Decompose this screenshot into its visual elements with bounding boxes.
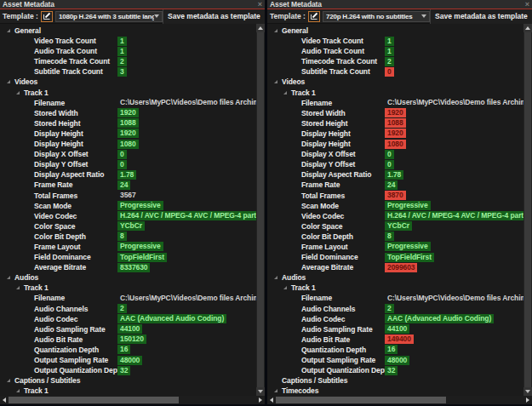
tree-row[interactable]: Subtitle Track Count3 <box>0 66 265 77</box>
tree-row[interactable]: FilenameC:\Users\MyPC\Videos\Demo files … <box>267 293 532 303</box>
tree-row[interactable]: Timecodes <box>267 386 532 396</box>
tree-row[interactable]: Display Aspect Ratio1.78 <box>0 169 265 180</box>
tree-row[interactable]: Quantization Depth16 <box>0 345 265 355</box>
tree-row[interactable]: Output Sampling Rate48000 <box>0 355 265 365</box>
expander-icon[interactable] <box>16 88 24 98</box>
tree-row[interactable]: Display X Offset0 <box>0 149 265 159</box>
expander-icon[interactable] <box>283 283 291 293</box>
tree-row[interactable]: FilenameC:\Users\MyPC\Videos\Demo files … <box>267 98 532 108</box>
tree-row[interactable]: Scan ModeProgressive <box>0 201 265 211</box>
expander-icon[interactable] <box>274 77 282 87</box>
tree-row[interactable]: Display Height1920 <box>267 129 532 139</box>
tree-row[interactable]: Videos <box>267 77 532 87</box>
expander-icon[interactable] <box>7 375 14 386</box>
tree-row[interactable]: Timecode Track Count2 <box>0 56 265 66</box>
tree-row[interactable]: Frame Rate24 <box>0 180 265 190</box>
tree-row[interactable]: Audios <box>0 272 265 283</box>
tree-row[interactable]: Field DominanceTopFieldFirst <box>0 252 265 262</box>
horizontal-scroll-thumb[interactable] <box>276 397 446 403</box>
tree-row[interactable]: Audio Track Count1 <box>0 46 265 56</box>
tree-row[interactable]: Audio Channels2 <box>267 304 532 314</box>
horizontal-scroll-thumb[interactable] <box>9 397 179 403</box>
tree-row[interactable]: Audios <box>267 272 532 283</box>
tree-row[interactable]: Scan ModeProgressive <box>267 201 532 211</box>
vertical-scrollbar[interactable] <box>523 24 532 396</box>
tree-row[interactable]: Track 1 <box>0 386 265 396</box>
tree-row[interactable]: Track 1 <box>267 283 532 293</box>
tree-row[interactable]: Audio Sampling Rate44100 <box>267 324 532 335</box>
tree-row[interactable]: Display X Offset0 <box>267 149 532 159</box>
tree-row[interactable]: Stored Width1920 <box>0 108 265 118</box>
tree-row[interactable]: Audio Channels2 <box>0 304 265 314</box>
vertical-scroll-thumb[interactable] <box>524 32 531 387</box>
edit-template-button[interactable] <box>41 11 53 22</box>
tree-row[interactable]: Color SpaceYCbCr <box>0 221 265 232</box>
tree-row[interactable]: Frame LayoutProgressive <box>0 242 265 252</box>
expander-icon[interactable] <box>274 26 282 36</box>
tree-row[interactable]: Track 1 <box>267 88 532 98</box>
tree-row[interactable]: FilenameC:\Users\MyPC\Videos\Demo files … <box>0 98 265 108</box>
scroll-down-button[interactable] <box>523 387 532 396</box>
tree-row[interactable]: Audio Track Count1 <box>267 46 532 56</box>
tree-row[interactable]: Average Bitrate2099603 <box>267 262 532 272</box>
tree-row[interactable]: Display Height1920 <box>0 129 265 139</box>
expander-icon[interactable] <box>7 272 14 283</box>
tree-row[interactable]: Output Sampling Rate48000 <box>267 355 532 365</box>
tree-row[interactable]: Field DominanceTopFieldFirst <box>267 252 532 262</box>
tree-row[interactable]: Display Y Offset0 <box>267 159 532 169</box>
scroll-up-button[interactable] <box>523 24 532 32</box>
scroll-right-button[interactable] <box>256 396 265 404</box>
tree-row[interactable]: Timecode Track Count2 <box>267 56 532 66</box>
tree-row[interactable]: Audio CodecAAC (Advanced Audio Coding) <box>0 314 265 324</box>
close-icon[interactable]: × <box>525 1 529 8</box>
scroll-down-button[interactable] <box>256 387 265 396</box>
tree-row[interactable]: Output Quantization Depth32 <box>267 365 532 375</box>
expander-icon[interactable] <box>7 26 14 36</box>
tree-row[interactable]: Average Bitrate8337630 <box>0 262 265 272</box>
tree-row[interactable]: Display Height1080 <box>0 139 265 149</box>
tree-row[interactable]: Display Aspect Ratio1.78 <box>267 169 532 180</box>
tree-row[interactable]: Color Bit Depth8 <box>267 232 532 242</box>
tree-row[interactable]: Stored Width1920 <box>267 108 532 118</box>
tree-row[interactable]: Audio Bit Rate150120 <box>0 335 265 345</box>
expander-icon[interactable] <box>16 386 24 396</box>
tree-row[interactable]: Stored Height1088 <box>267 118 532 129</box>
tree-row[interactable]: Track 1 <box>0 88 265 98</box>
tree-row[interactable]: Captions / Subtitles <box>267 375 532 386</box>
tree-row[interactable]: Video Track Count1 <box>267 36 532 46</box>
tree-row[interactable]: Output Quantization Depth32 <box>0 365 265 375</box>
expander-icon[interactable] <box>274 272 282 283</box>
save-template-button[interactable]: Save metadata as template <box>430 9 532 24</box>
template-dropdown[interactable]: 1080p H.264 with 3 subtitle languages <box>55 11 163 22</box>
tree-row[interactable]: Audio Bit Rate149400 <box>267 335 532 345</box>
tree-row[interactable]: Display Height1080 <box>267 139 532 149</box>
tree-row[interactable]: Subtitle Track Count0 <box>267 66 532 77</box>
scroll-left-button[interactable] <box>267 396 276 404</box>
tree-row[interactable]: Captions / Subtitles <box>0 375 265 386</box>
scroll-right-button[interactable] <box>523 396 532 404</box>
save-template-button[interactable]: Save metadata as template <box>163 9 265 24</box>
vertical-scroll-thumb[interactable] <box>257 32 264 387</box>
tree-row[interactable]: Quantization Depth16 <box>267 345 532 355</box>
tree-row[interactable]: Display Y Offset0 <box>0 159 265 169</box>
tree-row[interactable]: Video CodecH.264 / AVC / MPEG-4 AVC / MP… <box>267 211 532 221</box>
expander-icon[interactable] <box>7 77 14 87</box>
tree-row[interactable]: Audio Sampling Rate44100 <box>0 324 265 335</box>
tree-row[interactable]: Track 1 <box>0 283 265 293</box>
tree-row[interactable]: Frame LayoutProgressive <box>267 242 532 252</box>
tree-row[interactable]: FilenameC:\Users\MyPC\Videos\Demo files … <box>0 293 265 303</box>
close-icon[interactable]: × <box>258 1 262 8</box>
tree-row[interactable]: Video Track Count1 <box>0 36 265 46</box>
expander-icon[interactable] <box>274 386 282 396</box>
tree-row[interactable]: Frame Rate24 <box>267 180 532 190</box>
tree-row[interactable]: Color SpaceYCbCr <box>267 221 532 232</box>
tree-row[interactable]: Total Frames3870 <box>267 191 532 201</box>
tree-row[interactable]: Total Frames3567 <box>0 191 265 201</box>
template-dropdown[interactable]: 720p H.264 with no subtitles <box>323 11 430 22</box>
scroll-up-button[interactable] <box>256 24 265 32</box>
tree-row[interactable]: Audio CodecAAC (Advanced Audio Coding) <box>267 314 532 324</box>
expander-icon[interactable] <box>283 88 291 98</box>
scroll-left-button[interactable] <box>0 396 9 404</box>
horizontal-scrollbar[interactable] <box>0 396 265 404</box>
tree-row[interactable]: Stored Height1088 <box>0 118 265 129</box>
